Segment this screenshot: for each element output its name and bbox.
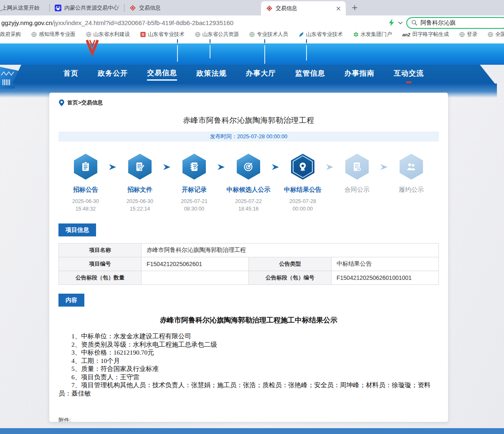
bookmark-item[interactable]: 水发集团门户 <box>353 31 392 38</box>
address-bar-controls: 阿鲁科尔沁旗 <box>388 17 504 29</box>
new-tab-button[interactable] <box>352 5 358 11</box>
bookmarks-bar: 政府采购 感知境界专业面 山东省水利建设 山东省专业技术 山东省公共资源 专业技… <box>0 30 504 39</box>
close-tab-icon[interactable] <box>336 6 341 11</box>
breadcrumb[interactable]: 首页>交易信息 <box>58 99 439 107</box>
timeline-step-candidate-publicity[interactable]: 中标候选人公示 2025-07-2218:45:16 <box>221 154 276 215</box>
timeline-step-bid-opening[interactable]: 开标记录 2025-07-2108:30:00 <box>167 154 221 215</box>
nav-item-trade-info[interactable]: 交易信息 <box>147 68 177 81</box>
content-line: 3、中标价格：16212190.70元 <box>58 348 439 357</box>
publish-time: 发布时间：2025-07-28 00:00:00 <box>210 133 288 140</box>
content-line: 2、资质类别及等级：水利水电工程施工总承包二级 <box>58 340 439 349</box>
arrow-right-icon <box>162 163 172 171</box>
arrow-right-icon <box>380 163 389 171</box>
bookmark-label: 登录 <box>467 31 477 38</box>
clipboard-icon <box>74 154 97 180</box>
chevron-down-icon[interactable] <box>398 21 403 25</box>
tab-trade-info[interactable]: 交易信息 <box>124 0 261 15</box>
mongolian-script-decoration <box>177 39 178 43</box>
globe-icon <box>86 32 91 37</box>
mongolian-script-decoration <box>264 39 265 43</box>
tab-label: 交易信息 <box>139 4 256 12</box>
step-label: 招标公告 <box>73 186 98 194</box>
section-count-value <box>142 271 249 285</box>
bookmark-item[interactable]: 专业技术人员 <box>249 31 288 38</box>
breadcrumb-text: 首页>交易信息 <box>67 99 103 107</box>
quick-access-bolt-icon[interactable] <box>388 19 395 26</box>
project-name-value: 赤峰市阿鲁科尔沁旗陶海郭勒治理工程 <box>142 244 439 257</box>
document-pen-icon <box>128 154 152 180</box>
globe-icon <box>459 32 465 37</box>
nav-red-badge <box>406 81 411 83</box>
step-date: 2025-07-2800:00:00 <box>289 198 316 213</box>
bookmark-item[interactable]: 政府采购 <box>0 31 21 38</box>
nav-item-gov-info[interactable]: 政务公开 <box>98 69 128 80</box>
notebook-pen-icon <box>182 154 206 180</box>
step-date: 2025-07-2218:45:16 <box>235 198 262 213</box>
bookmark-item[interactable]: 山东省水利建设 <box>86 31 130 38</box>
tab-baidu-search[interactable]: 内蒙公共资源交易中心官网_百度 <box>50 0 124 15</box>
project-info-section-tag: 项目信息 <box>58 223 96 236</box>
bookmark-label: 全国招标公告公 <box>495 31 504 38</box>
globe-icon <box>195 32 200 37</box>
announcement-body: 1、中标单位：水发金水建设工程有限公司 2、资质类别及等级：水利水电工程施工总承… <box>58 332 439 397</box>
medal-icon <box>291 154 314 180</box>
announcement-title: 赤峰市阿鲁科尔沁旗陶海郭勒治理工程施工中标结果公示 <box>58 315 439 325</box>
table-row: 项目编号 F1504212025062601 公告类型 中标结果公告 <box>59 257 439 271</box>
bookmark-item[interactable]: an2 田字格字帖生成 <box>403 31 449 38</box>
attachment-label: 附件: <box>58 416 439 422</box>
step-label: 中标结果公告 <box>284 186 322 194</box>
bookmark-label: 政府采购 <box>0 31 21 38</box>
section-number-value: F1504212025062601001001 <box>332 271 439 285</box>
tab-trade-info-active[interactable]: 交易信息 <box>261 1 346 15</box>
mongolian-script-decoration <box>306 39 307 43</box>
site-logo-icon <box>82 39 104 57</box>
nav-item-service-hall[interactable]: 办事大厅 <box>246 69 276 80</box>
url-input[interactable]: ggzyjy.nmg.gov.cn/jyxx/index_24.html?id=… <box>0 19 388 26</box>
timeline-step-tender-document[interactable]: 招标文件 2025-06-3015:22:14 <box>113 154 167 215</box>
search-icon <box>411 20 418 26</box>
red-diamond-icon <box>129 5 136 11</box>
timeline-step-result-announcement[interactable]: 中标结果公告 2025-07-2800:00:00 <box>276 154 330 215</box>
mongolian-script-decoration <box>210 39 210 43</box>
an2-icon: an2 <box>403 32 410 37</box>
browser-search-box[interactable]: 阿鲁科尔沁旗 <box>406 17 504 29</box>
arrow-right-icon <box>271 163 280 171</box>
browser-tab-bar: 23_上网从这里开始 内蒙公共资源交易中心官网_百度 交易信息 交易信息 <box>0 0 504 15</box>
location-pin-icon <box>58 99 65 107</box>
bookmark-item[interactable]: 山东省专业技术 <box>140 31 185 38</box>
bookmark-item[interactable]: 山东省公共资源 <box>195 31 239 38</box>
main-navigation: 首页 政务公开 交易信息 政策法规 办事大厅 监管信息 办事指南 互动交流 <box>13 65 495 84</box>
bookmark-item[interactable]: 登录 <box>459 31 477 38</box>
footer-bar <box>0 428 504 434</box>
bookmark-label: 专业技术人员 <box>257 31 288 38</box>
page-title: 赤峰市阿鲁科尔沁旗陶海郭勒治理工程 <box>58 115 439 125</box>
nav-item-guide[interactable]: 办事指南 <box>344 69 375 80</box>
content-line: 6、项目负责人：王守雷 <box>58 373 439 381</box>
mongolian-script-decoration <box>210 45 210 58</box>
tab-start-page[interactable]: 23_上网从这里开始 <box>0 0 49 15</box>
step-label: 中标候选人公示 <box>227 186 271 194</box>
tab-label: 交易信息 <box>276 5 331 12</box>
site-header-band <box>0 43 504 65</box>
nav-item-interaction[interactable]: 互动交流 <box>394 69 424 80</box>
step-label: 履约公示 <box>399 186 424 194</box>
mongolian-script-decoration <box>177 45 178 62</box>
content-line: 1、中标单位：水发金水建设工程有限公司 <box>58 332 439 340</box>
timeline-step-tender-announcement[interactable]: 招标公告 2025-06-3015:48:32 <box>58 154 113 215</box>
announcement-type-label: 公告类型 <box>249 257 332 271</box>
nav-item-policy[interactable]: 政策法规 <box>196 69 226 80</box>
bookmark-label: 水发集团门户 <box>361 31 392 38</box>
tab-label: 内蒙公共资源交易中心官网_百度 <box>64 4 119 12</box>
bookmark-item[interactable]: 全国招标公告公 <box>488 31 504 38</box>
bookmark-label: 山东省水利建设 <box>94 31 130 38</box>
nav-item-home[interactable]: 首页 <box>63 69 79 80</box>
nav-label: 互动交流 <box>394 69 424 77</box>
bookmark-item[interactable]: 山东省专业技术 <box>299 31 343 38</box>
browser-address-bar: ggzyjy.nmg.gov.cn/jyxx/index_24.html?id=… <box>0 15 504 30</box>
target-icon <box>237 154 260 180</box>
bookmark-label: 山东省公共资源 <box>203 31 239 38</box>
bookmark-item[interactable]: 感知境界专业面 <box>31 31 76 38</box>
section-number-label: 公告标段（包）编号 <box>249 271 332 285</box>
nav-item-supervision[interactable]: 监管信息 <box>295 69 325 80</box>
tab-label: 23_上网从这里开始 <box>0 4 44 12</box>
